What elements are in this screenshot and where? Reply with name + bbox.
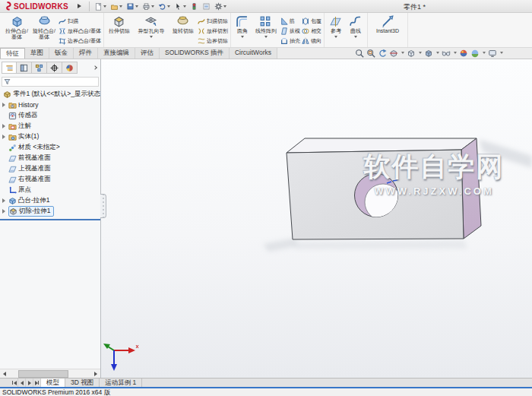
panel-splitter-handle[interactable] xyxy=(100,194,106,218)
open-button[interactable] xyxy=(109,1,124,12)
dropdown-arrow-icon[interactable] xyxy=(264,36,268,38)
tab-features[interactable]: 特征 xyxy=(0,48,25,59)
scrollbar-thumb[interactable] xyxy=(18,370,68,378)
expand-arrow-icon[interactable] xyxy=(2,103,8,107)
curves-button[interactable]: 曲线 xyxy=(347,14,365,47)
block-right-face[interactable] xyxy=(461,138,481,239)
lofted-boss-base-button[interactable]: 放样凸台/基体 xyxy=(59,26,101,36)
last-tab-button[interactable] xyxy=(33,379,41,387)
tree-item-origin[interactable]: 原点 xyxy=(0,185,100,195)
options-button[interactable] xyxy=(213,1,228,12)
apply-scene-button[interactable] xyxy=(470,49,480,58)
tab-evaluate[interactable]: 评估 xyxy=(135,48,160,59)
zoom-to-fit-button[interactable] xyxy=(355,49,364,58)
swept-boss-base-button[interactable]: 扫描 xyxy=(59,16,101,26)
tree-item-sensors[interactable]: 传感器 xyxy=(0,110,100,121)
mirror-button[interactable]: 镜向 xyxy=(302,36,321,46)
tree-item-right-plane[interactable]: 右视基准面 xyxy=(0,174,100,185)
wrap-button[interactable]: 包覆 xyxy=(302,16,321,26)
panel-tab-overflow-button[interactable] xyxy=(78,62,99,74)
previous-view-button[interactable] xyxy=(378,49,387,58)
menu-flyout-arrow-icon[interactable] xyxy=(78,4,81,8)
feature-manager-design-tree-tab[interactable] xyxy=(2,62,17,74)
tab-sketch[interactable]: 草图 xyxy=(25,48,49,59)
expand-arrow-icon[interactable] xyxy=(2,124,8,128)
dropdown-arrow-icon[interactable] xyxy=(354,36,357,38)
revolved-cut-button[interactable]: 旋转切除 xyxy=(170,14,196,47)
tab-direct-editing[interactable]: 直接编辑 xyxy=(98,48,135,59)
expand-arrow-icon[interactable] xyxy=(2,209,8,214)
tree-filter-field[interactable] xyxy=(2,77,99,87)
tab-sheet-metal[interactable]: 钣金 xyxy=(49,48,74,59)
linear-pattern-button[interactable]: 线性阵列 xyxy=(253,14,279,47)
property-manager-tab[interactable] xyxy=(17,62,32,74)
save-button[interactable] xyxy=(125,1,140,12)
tree-item-history[interactable]: History xyxy=(0,100,100,110)
tree-root-part[interactable]: 零件1 (默认<<默认>_显示状态 xyxy=(0,89,100,100)
lofted-cut-button[interactable]: 放样切割 xyxy=(198,26,228,36)
dropdown-arrow-icon[interactable] xyxy=(419,52,422,54)
dropdown-arrow-icon[interactable] xyxy=(500,52,503,54)
fillet-button[interactable]: 圆角 xyxy=(233,14,252,47)
model-3d-block[interactable] xyxy=(101,59,532,378)
tree-item-cut-extrude1[interactable]: 切除-拉伸1 xyxy=(0,206,100,217)
intersect-button[interactable]: 相交 xyxy=(302,26,321,36)
boundary-boss-base-button[interactable]: 边界凸台/基体 xyxy=(59,36,101,46)
view-orientation-button[interactable] xyxy=(407,49,416,58)
select-button[interactable] xyxy=(173,1,188,12)
extruded-boss-base-button[interactable]: 拉伸凸台/基体 xyxy=(4,14,30,47)
scrollbar-track[interactable] xyxy=(9,370,91,378)
expand-arrow-icon[interactable] xyxy=(2,198,8,203)
3d-views-tab[interactable]: 3D 视图 xyxy=(65,379,100,387)
hide-show-items-button[interactable] xyxy=(442,49,451,58)
tab-circuitworks[interactable]: CircuitWorks xyxy=(230,48,277,59)
tab-weldments[interactable]: 焊件 xyxy=(74,48,98,59)
view-settings-button[interactable] xyxy=(488,49,497,58)
previous-tab-button[interactable] xyxy=(18,379,26,387)
model-tab[interactable]: 模型 xyxy=(41,379,65,387)
hole-wizard-button[interactable]: 异型孔向导 xyxy=(134,14,169,47)
revolved-boss-base-button[interactable]: 旋转凸台/基体 xyxy=(31,14,57,47)
dropdown-arrow-icon[interactable] xyxy=(334,36,337,38)
expand-arrow-icon[interactable] xyxy=(2,135,8,139)
dropdown-arrow-icon[interactable] xyxy=(454,52,457,54)
section-view-button[interactable] xyxy=(389,49,398,58)
extruded-cut-button[interactable]: 拉伸切除 xyxy=(106,14,132,47)
tree-item-front-plane[interactable]: 前视基准面 xyxy=(0,153,100,163)
tree-item-boss-extrude1[interactable]: 凸台-拉伸1 xyxy=(0,195,100,206)
motion-study-tab[interactable]: 运动算例 1 xyxy=(100,379,142,387)
display-manager-tab[interactable] xyxy=(62,62,78,74)
graphics-viewport[interactable]: 软件自学网 WWW.RJZXW.COM xyxy=(101,59,532,378)
dropdown-arrow-icon[interactable] xyxy=(436,52,439,54)
file-properties-button[interactable] xyxy=(201,1,212,12)
dropdown-arrow-icon[interactable] xyxy=(483,52,486,54)
rebuild-button[interactable] xyxy=(188,1,200,12)
print-button[interactable] xyxy=(141,1,156,12)
reference-geometry-button[interactable]: 参考 xyxy=(327,14,345,47)
dimxpert-manager-tab[interactable] xyxy=(47,62,62,74)
dropdown-arrow-icon[interactable] xyxy=(241,36,244,38)
rib-button[interactable]: 筋 xyxy=(280,16,300,26)
display-style-button[interactable] xyxy=(424,49,433,58)
swept-cut-button[interactable]: 扫描切除 xyxy=(198,16,228,26)
zoom-to-area-button[interactable] xyxy=(366,49,375,58)
first-tab-button[interactable] xyxy=(11,379,18,387)
shell-button[interactable]: 抽壳 xyxy=(280,36,300,46)
configuration-manager-tab[interactable] xyxy=(32,62,47,74)
tree-item-top-plane[interactable]: 上视基准面 xyxy=(0,163,100,174)
new-document-button[interactable] xyxy=(93,1,108,12)
tree-item-annotations[interactable]: 注解 xyxy=(0,121,100,131)
tree-item-solid-bodies[interactable]: 实体(1) xyxy=(0,131,100,142)
tree-item-material[interactable]: 材质 <未指定> xyxy=(0,142,100,153)
instant3d-button[interactable]: Instant3D xyxy=(370,14,405,47)
dropdown-arrow-icon[interactable] xyxy=(150,36,153,38)
dropdown-arrow-icon[interactable] xyxy=(401,52,404,54)
scroll-left-button[interactable] xyxy=(0,369,9,378)
panel-horizontal-scrollbar[interactable] xyxy=(0,369,100,378)
next-tab-button[interactable] xyxy=(26,379,33,387)
boundary-cut-button[interactable]: 边界切除 xyxy=(198,36,228,46)
scroll-right-button[interactable] xyxy=(91,369,100,378)
draft-button[interactable]: 拔模 xyxy=(280,26,300,36)
tab-solidworks-addins[interactable]: SOLIDWORKS 插件 xyxy=(160,48,230,59)
rollback-bar[interactable] xyxy=(0,219,100,220)
